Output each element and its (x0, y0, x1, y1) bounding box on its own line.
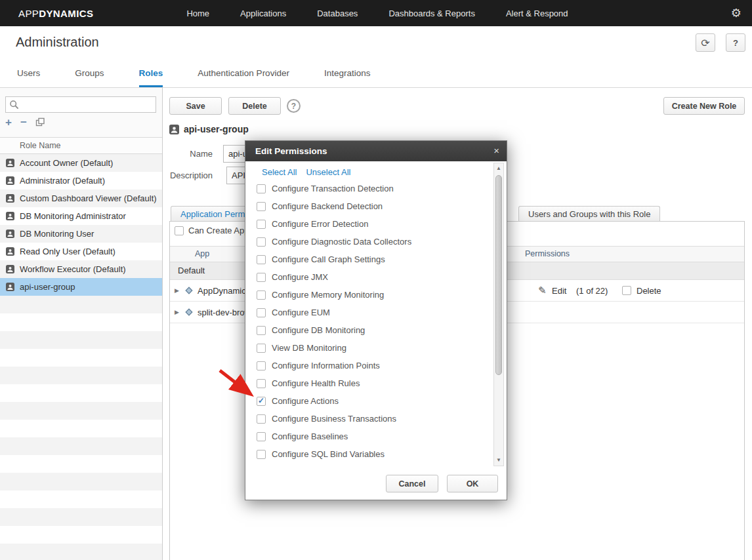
permission-checkbox[interactable] (257, 432, 266, 441)
gear-icon[interactable]: ⚙ (731, 6, 742, 20)
nav-item[interactable]: Alert & Respond (506, 9, 568, 18)
refresh-icon: ⟳ (701, 37, 709, 49)
permissions-column-header: Permissions (525, 247, 570, 262)
scroll-up-icon[interactable]: ▲ (494, 164, 503, 173)
permission-checkbox[interactable] (257, 326, 266, 335)
close-icon[interactable]: × (493, 141, 499, 160)
permission-item: Configure DB Monitoring (245, 321, 492, 339)
scrollbar-thumb[interactable] (495, 175, 502, 375)
application-node-icon (184, 308, 194, 317)
can-create-label: Can Create App (188, 226, 249, 235)
logo-text-dynamics: DYNAMICS (39, 8, 93, 19)
roles-sidebar: + − Role Name Account Owner (Default) (0, 88, 163, 560)
tab-users-and-groups[interactable]: Users and Groups with this Role (518, 206, 660, 222)
create-new-role-button[interactable]: Create New Role (663, 97, 745, 115)
name-label: Name (169, 149, 213, 159)
can-create-checkbox[interactable] (175, 226, 184, 235)
role-name: Account Owner (Default) (20, 158, 113, 168)
permission-item: Configure JMX (245, 268, 492, 286)
nav-item[interactable]: Databases (317, 9, 358, 18)
add-role-icon[interactable]: + (5, 117, 12, 128)
expand-arrow-icon[interactable]: ▶ (175, 309, 179, 315)
modal-scrollbar[interactable]: ▲ ▼ (493, 163, 504, 466)
cancel-button[interactable]: Cancel (386, 475, 438, 492)
duplicate-role-icon[interactable] (35, 117, 45, 127)
permission-checkbox[interactable] (257, 344, 266, 353)
appdynamics-logo: APPDYNAMICS (18, 8, 93, 19)
tab-roles[interactable]: Roles (139, 62, 163, 87)
role-row[interactable]: Administrator (Default) (0, 172, 162, 190)
permission-checkbox[interactable] (257, 450, 266, 459)
permission-checkbox[interactable] (257, 361, 266, 370)
role-list-toolbar: + − (5, 117, 45, 128)
nav-item[interactable]: Applications (240, 9, 286, 18)
ok-button[interactable]: OK (447, 475, 498, 492)
context-help-icon[interactable]: ? (287, 99, 301, 113)
role-list-header: Role Name (0, 137, 162, 154)
permission-item: Configure Memory Monitoring (245, 286, 492, 304)
delete-button[interactable]: Delete (228, 97, 281, 115)
role-row[interactable]: DB Monitoring User (0, 225, 162, 243)
help-icon: ? (733, 38, 738, 48)
unselect-all-link[interactable]: Unselect All (306, 167, 350, 177)
role-title-text: api-user-group (184, 124, 249, 134)
permission-checkbox[interactable] (257, 237, 266, 247)
remove-role-icon[interactable]: − (20, 117, 27, 128)
permission-checkbox[interactable] (257, 397, 266, 406)
tab-groups[interactable]: Groups (75, 62, 104, 87)
description-label: Description (169, 170, 213, 180)
permission-checkbox[interactable] (257, 273, 266, 282)
tab-integrations[interactable]: Integrations (324, 62, 371, 87)
permission-checkbox[interactable] (257, 414, 266, 424)
permission-list: Configure Transaction Detection Configur… (245, 180, 492, 463)
permission-checkbox[interactable] (257, 308, 266, 317)
permission-checkbox[interactable] (257, 255, 266, 264)
permission-item: Configure EUM (245, 304, 492, 321)
modal-header[interactable]: Edit Permissions × (245, 141, 507, 161)
tab-authentication-provider[interactable]: Authentication Provider (198, 62, 289, 87)
nav-item[interactable]: Dashboards & Reports (388, 9, 475, 18)
help-button[interactable]: ? (726, 33, 745, 52)
application-column-header: App (195, 247, 209, 262)
permission-item: Configure Transaction Detection (245, 180, 492, 197)
permission-label: Configure Transaction Detection (272, 184, 394, 193)
save-button[interactable]: Save (169, 97, 222, 115)
role-row[interactable]: Custom Dashboard Viewer (Default) (0, 190, 162, 207)
permission-label: Configure Error Detection (272, 219, 368, 229)
edit-permissions-modal: Edit Permissions × Select All Unselect A… (245, 140, 507, 500)
admin-tabs: Users Groups Roles Authentication Provid… (0, 62, 752, 88)
tab-users[interactable]: Users (17, 62, 40, 87)
role-search-input[interactable] (6, 97, 156, 112)
application-name[interactable]: AppDynamics (198, 286, 250, 296)
edit-pencil-icon[interactable]: ✎ (538, 285, 547, 296)
permission-checkbox[interactable] (257, 184, 266, 193)
permission-item: Configure Health Rules (245, 374, 492, 392)
role-list: Account Owner (Default) Administrator (D… (0, 154, 162, 560)
role-row[interactable]: Read Only User (Default) (0, 243, 162, 260)
modal-title: Edit Permissions (255, 146, 327, 156)
user-badge-icon (6, 212, 14, 220)
role-row[interactable]: Account Owner (Default) (0, 154, 162, 172)
permission-checkbox[interactable] (257, 290, 266, 300)
select-all-link[interactable]: Select All (262, 167, 297, 177)
role-row[interactable]: api-user-group (0, 278, 162, 296)
user-badge-icon (6, 265, 14, 273)
edit-permissions-link[interactable]: Edit (552, 286, 566, 296)
user-badge-icon (6, 247, 14, 256)
expand-arrow-icon[interactable]: ▶ (175, 287, 179, 294)
permission-checkbox[interactable] (257, 379, 266, 388)
nav-item[interactable]: Home (186, 9, 209, 18)
permission-checkbox[interactable] (257, 202, 266, 211)
application-name[interactable]: split-dev-brow (198, 308, 251, 317)
permission-item: Configure Backend Detection (245, 197, 492, 215)
delete-permission-checkbox[interactable] (622, 286, 631, 295)
scroll-down-icon[interactable]: ▼ (494, 456, 503, 465)
permission-label: Configure Call Graph Settings (272, 254, 385, 264)
permission-item: Configure Diagnostic Data Collectors (245, 233, 492, 250)
role-row[interactable]: Workflow Executor (Default) (0, 260, 162, 278)
permission-item: Configure Information Points (245, 357, 492, 374)
permission-label: Configure Actions (272, 396, 339, 406)
permission-checkbox[interactable] (257, 220, 266, 229)
refresh-button[interactable]: ⟳ (696, 33, 715, 52)
role-row[interactable]: DB Monitoring Administrator (0, 207, 162, 225)
